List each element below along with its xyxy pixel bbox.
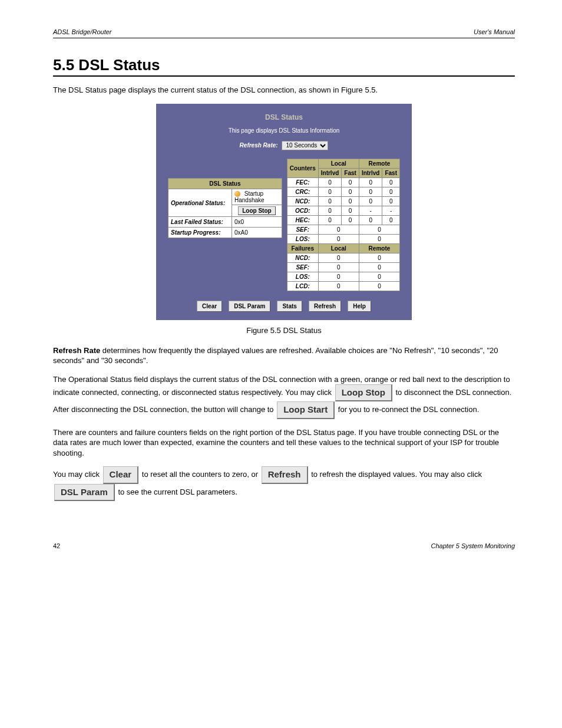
page-footer: 42 Chapter 5 System Monitoring	[53, 542, 515, 549]
loop-stop-button[interactable]: Loop Stop	[238, 206, 275, 215]
failures-head: Failures	[287, 243, 318, 253]
status-dot-icon	[234, 191, 240, 197]
counters-head: Counters	[287, 159, 318, 177]
frow-los: LOS: 0 0	[287, 272, 399, 281]
startup-progress-value: 0xA0	[232, 228, 282, 238]
status-header: DSL Status	[168, 179, 282, 189]
refresh-rate-select[interactable]: 10 Seconds	[282, 141, 328, 150]
panel-title: DSL Status	[168, 113, 400, 121]
operational-status-paragraph: The Operational Status field displays th…	[53, 374, 515, 419]
inline-loop-stop-button[interactable]: Loop Stop	[335, 384, 392, 401]
footer-chapter: Chapter 5 System Monitoring	[431, 542, 515, 549]
intro-paragraph: The DSL Status page displays the current…	[53, 85, 515, 95]
row-sef: SEF: 0 0	[287, 225, 399, 234]
refresh-rate-term: Refresh Rate	[53, 346, 100, 355]
row-fec: FEC: 0 0 0 0	[287, 177, 399, 187]
startup-progress-label: Startup Progress:	[168, 228, 232, 238]
inline-refresh-button[interactable]: Refresh	[262, 466, 308, 483]
header-right: User's Manual	[474, 28, 515, 35]
row-ncd: NCD: 0 0 0 0	[287, 196, 399, 206]
last-failed-value: 0x0	[232, 217, 282, 228]
section-title: 5.5 DSL Status	[53, 56, 515, 77]
refresh-rate-paragraph: Refresh Rate determines how frequently t…	[53, 345, 515, 366]
dsl-status-panel: DSL Status This page displays DSL Status…	[156, 104, 412, 320]
panel-help-button[interactable]: Help	[348, 301, 371, 312]
page-number: 42	[53, 542, 60, 549]
row-hec: HEC: 0 0 0 0	[287, 215, 399, 225]
counters-table: Counters Local Remote Intrlvd Fast Intrl…	[287, 159, 400, 291]
remote-head: Remote	[359, 159, 399, 168]
page-header: ADSL Bridge/Router User's Manual	[53, 28, 515, 38]
frow-ncd: NCD: 0 0	[287, 253, 399, 262]
header-left: ADSL Bridge/Router	[53, 28, 111, 35]
local-head: Local	[318, 159, 359, 168]
inline-dslparam-button[interactable]: DSL Param	[54, 484, 115, 501]
last-failed-label: Last Failed Status:	[168, 217, 232, 228]
panel-stats-button[interactable]: Stats	[277, 301, 302, 312]
operational-status-label: Operational Status:	[168, 189, 232, 217]
counters-paragraph: There are counters and failure counters …	[53, 427, 515, 459]
frow-lcd: LCD: 0 0	[287, 281, 399, 291]
frow-sef: SEF: 0 0	[287, 262, 399, 272]
row-ocd: OCD: 0 0 - -	[287, 206, 399, 215]
inline-clear-button[interactable]: Clear	[103, 466, 139, 483]
bottom-buttons-paragraph: You may click Clear to reset all the cou…	[53, 466, 515, 501]
figure-caption: Figure 5.5 DSL Status	[53, 326, 515, 335]
panel-refresh-button[interactable]: Refresh	[309, 301, 341, 312]
inline-loop-start-button[interactable]: Loop Start	[277, 401, 335, 419]
panel-clear-button[interactable]: Clear	[197, 301, 222, 312]
refresh-rate-label: Refresh Rate:	[240, 142, 278, 149]
row-crc: CRC: 0 0 0 0	[287, 187, 399, 196]
row-los: LOS: 0 0	[287, 234, 399, 243]
panel-subtitle: This page displays DSL Status Informatio…	[168, 127, 400, 134]
dsl-status-table: DSL Status Operational Status: Startup H…	[168, 159, 282, 239]
panel-dslparam-button[interactable]: DSL Param	[229, 301, 270, 312]
